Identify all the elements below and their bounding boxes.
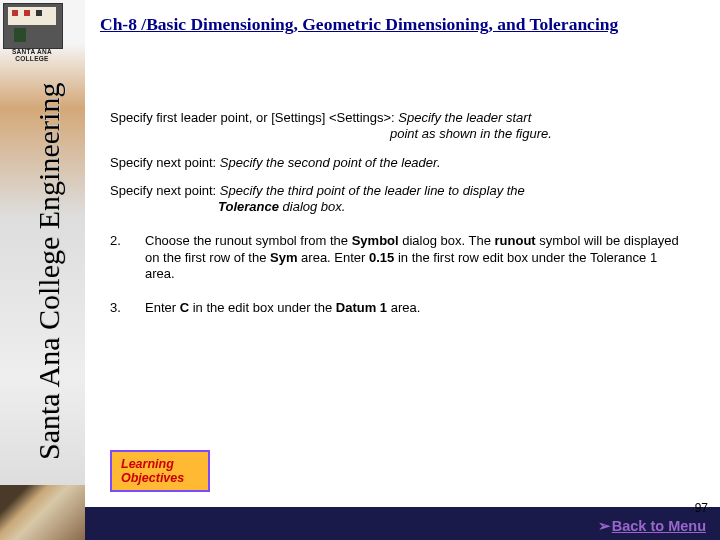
college-logo xyxy=(3,3,63,49)
sidebar: SANTA ANA COLLEGE Santa Ana College Engi… xyxy=(0,0,85,540)
prompt3c: Tolerance xyxy=(218,199,279,214)
back-label: Back to Menu xyxy=(612,518,706,534)
step2-number: 2. xyxy=(110,233,145,282)
content-area: Specify first leader point, or [Settings… xyxy=(110,110,680,316)
learning-objectives-button[interactable]: Learning Objectives xyxy=(110,450,210,492)
prompt1a: Specify first leader point, or [Settings… xyxy=(110,110,398,125)
prompt3d: dialog box. xyxy=(279,199,346,214)
arrow-icon: ➢ xyxy=(598,518,611,534)
prompt1c: point as shown in the figure. xyxy=(390,126,552,141)
vertical-title: Santa Ana College Engineering xyxy=(32,83,66,460)
page-title: Ch-8 /Basic Dimensioning, Geometric Dime… xyxy=(100,14,618,35)
step3-text: Enter C in the edit box under the Datum … xyxy=(145,300,680,316)
back-to-menu-link[interactable]: ➢Back to Menu xyxy=(598,518,706,534)
step2-text: Choose the runout symbol from the Symbol… xyxy=(145,233,680,282)
learning-line1: Learning xyxy=(121,457,174,471)
sidebar-photo xyxy=(0,485,85,540)
page-number: 97 xyxy=(695,501,708,515)
prompt1b: Specify the leader start xyxy=(398,110,531,125)
learning-line2: Objectives xyxy=(121,471,184,485)
step3-number: 3. xyxy=(110,300,145,316)
prompt3a: Specify next point: xyxy=(110,183,220,198)
prompt2b: Specify the second point of the leader. xyxy=(220,155,441,170)
college-label: SANTA ANA COLLEGE xyxy=(3,48,61,62)
prompt3b: Specify the third point of the leader li… xyxy=(220,183,525,198)
prompt2a: Specify next point: xyxy=(110,155,220,170)
